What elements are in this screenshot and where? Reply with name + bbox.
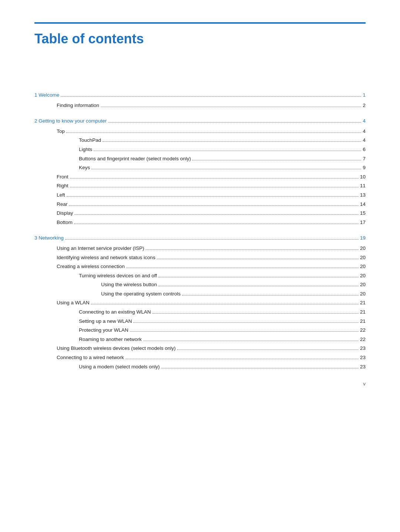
toc-page-num: 23 (360, 344, 366, 352)
toc-entry: Finding information2 (34, 101, 366, 110)
toc-container: 1 Welcome1Finding information22 Getting … (34, 91, 366, 371)
toc-entry-label: Using Bluetooth wireless devices (select… (57, 344, 176, 352)
toc-entry: Buttons and fingerprint reader (select m… (34, 155, 366, 163)
toc-entry-label: 3 Networking (34, 234, 64, 242)
toc-dots (94, 151, 361, 151)
toc-page-num: 20 (360, 244, 366, 252)
toc-page-num: 20 (360, 254, 366, 262)
toc-entry: Connecting to an existing WLAN21 (34, 308, 366, 316)
toc-entry-label: Using a modem (select models only) (79, 363, 160, 371)
toc-page-num: 10 (360, 173, 366, 181)
toc-page-num: 17 (360, 218, 366, 227)
toc-entry-label: 1 Welcome (34, 91, 59, 99)
toc-page-num: 21 (360, 299, 366, 307)
toc-page-num: 23 (360, 363, 366, 371)
toc-entry-label: Left (57, 191, 65, 199)
toc-page-num: 21 (360, 317, 366, 325)
toc-dots (67, 196, 359, 197)
toc-entry: Using Bluetooth wireless devices (select… (34, 344, 366, 352)
toc-entry-label: Lights (79, 145, 92, 154)
toc-dots (70, 178, 359, 178)
toc-page-num: 6 (363, 145, 366, 154)
toc-entry-label: Connecting to a wired network (57, 354, 124, 362)
toc-page-num: 22 (360, 335, 366, 344)
toc-page-num: 11 (360, 182, 366, 190)
toc-page-num: 20 (360, 290, 366, 298)
toc-dots (159, 286, 359, 286)
toc-entry: Using a modem (select models only)23 (34, 363, 366, 371)
toc-page-num: 9 (363, 164, 366, 172)
toc-dots (69, 205, 359, 206)
top-border (34, 22, 366, 24)
toc-entry-label: Using an Internet service provider (ISP) (57, 244, 144, 252)
toc-entry: Left13 (34, 191, 366, 199)
toc-entry-label: Top (57, 127, 65, 135)
toc-entry-label: Right (57, 182, 69, 190)
toc-page-num: 4 (363, 127, 366, 135)
toc-dots (66, 133, 361, 133)
toc-entry-label: Display (57, 209, 73, 217)
toc-entry-label: Identifying wireless and network status … (57, 254, 155, 262)
toc-entry: Front10 (34, 173, 366, 181)
toc-entry: TouchPad4 (34, 136, 366, 144)
page-footer: v (363, 381, 366, 387)
toc-entry: Right11 (34, 182, 366, 190)
toc-entry-label: Buttons and fingerprint reader (select m… (79, 155, 191, 163)
toc-dots (74, 224, 359, 224)
toc-entry: Using a WLAN21 (34, 299, 366, 307)
toc-entry-label: Protecting your WLAN (79, 326, 129, 334)
toc-entry: Top4 (34, 127, 366, 135)
toc-dots (74, 214, 359, 215)
toc-dots (143, 341, 359, 341)
toc-entry-label: Turning wireless devices on and off (79, 272, 157, 280)
toc-page-num: 20 (360, 262, 366, 271)
toc-entry-label: Keys (79, 164, 90, 172)
toc-dots (182, 295, 359, 295)
toc-dots (103, 141, 361, 142)
toc-page-num: 14 (360, 200, 366, 208)
toc-page-num: 22 (360, 326, 366, 334)
toc-dots (152, 313, 359, 314)
toc-entry: Connecting to a wired network23 (34, 354, 366, 362)
toc-entry-label: Setting up a new WLAN (79, 317, 132, 325)
toc-dots (101, 107, 361, 107)
toc-entry-label: 2 Getting to know your computer (34, 117, 107, 125)
toc-page-num: 19 (360, 234, 366, 242)
toc-page-num: 23 (360, 354, 366, 362)
toc-dots (177, 349, 359, 350)
toc-entry: Display15 (34, 209, 366, 217)
toc-entry: Keys9 (34, 164, 366, 172)
toc-entry-label: Using the wireless button (101, 281, 157, 289)
toc-entry: Using the operating system controls20 (34, 290, 366, 298)
toc-dots (108, 122, 361, 123)
toc-entry: Protecting your WLAN22 (34, 326, 366, 334)
toc-entry-label: Connecting to an existing WLAN (79, 308, 151, 316)
toc-entry-label: Using the operating system controls (101, 290, 181, 298)
toc-page-num: 20 (360, 272, 366, 280)
toc-dots (61, 96, 361, 97)
toc-entry: Turning wireless devices on and off20 (34, 272, 366, 280)
toc-page-num: 2 (363, 101, 366, 110)
toc-dots (133, 322, 359, 323)
toc-page-num: 13 (360, 191, 366, 199)
toc-entry-label: TouchPad (79, 136, 101, 144)
toc-entry-label: Using a WLAN (57, 299, 90, 307)
toc-dots (70, 187, 359, 187)
toc-page-num: 21 (360, 308, 366, 316)
toc-dots (65, 239, 359, 240)
toc-entry: Creating a wireless connection20 (34, 262, 366, 271)
toc-dots (130, 331, 359, 332)
toc-entry-label: Creating a wireless connection (57, 262, 125, 271)
toc-entry: Setting up a new WLAN21 (34, 317, 366, 325)
toc-page-num: 4 (363, 117, 366, 125)
toc-entry-label: Front (57, 173, 69, 181)
toc-entry: Using an Internet service provider (ISP)… (34, 244, 366, 252)
toc-dots (192, 160, 361, 160)
toc-page-num: 20 (360, 281, 366, 289)
toc-entry-label: Bottom (57, 218, 73, 227)
toc-entry-label: Rear (57, 200, 67, 208)
toc-page-num: 1 (363, 91, 366, 99)
toc-entry: Lights6 (34, 145, 366, 154)
toc-dots (91, 304, 359, 304)
toc-entry: Using the wireless button20 (34, 281, 366, 289)
